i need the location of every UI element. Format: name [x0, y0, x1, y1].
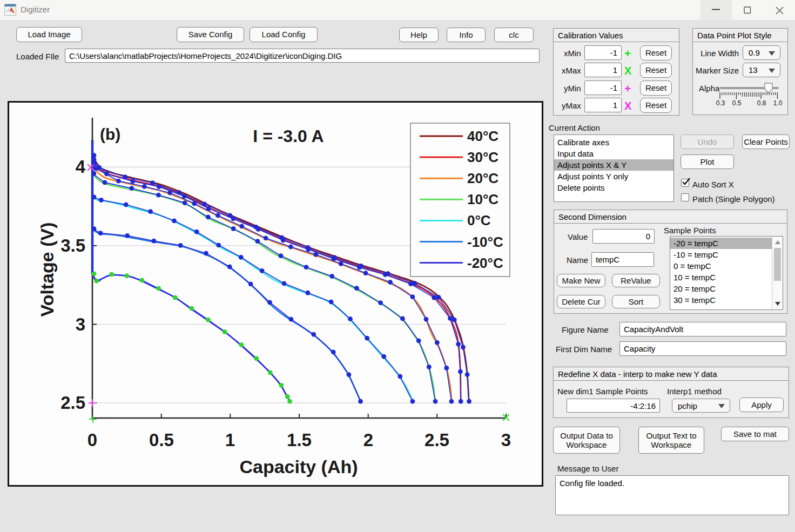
svg-text:2.5: 2.5: [425, 430, 449, 450]
svg-text:-10°C: -10°C: [467, 234, 503, 250]
svg-text:0°C: 0°C: [467, 212, 491, 228]
svg-text:3: 3: [76, 314, 85, 334]
svg-text:I = -3.0 A: I = -3.0 A: [253, 126, 324, 146]
svg-text:4: 4: [76, 157, 86, 177]
svg-text:(b): (b): [100, 125, 120, 143]
svg-text:0.5: 0.5: [732, 99, 742, 106]
svg-text:1: 1: [225, 430, 235, 450]
svg-text:0.8: 0.8: [757, 99, 766, 106]
svg-text:1.0: 1.0: [773, 99, 783, 106]
svg-text:2: 2: [363, 430, 373, 450]
svg-text:40°C: 40°C: [467, 128, 498, 144]
svg-text:30°C: 30°C: [467, 149, 498, 165]
svg-text:0.5: 0.5: [149, 430, 174, 450]
svg-text:Voltage (V): Voltage (V): [37, 222, 57, 316]
svg-text:0: 0: [87, 430, 97, 450]
svg-text:3.5: 3.5: [60, 235, 85, 255]
svg-text:1.5: 1.5: [287, 430, 312, 450]
svg-text:2.5: 2.5: [60, 393, 85, 413]
svg-text:20°C: 20°C: [467, 170, 498, 186]
svg-text:0.3: 0.3: [716, 99, 725, 106]
svg-text:Capacity (Ah): Capacity (Ah): [239, 456, 358, 477]
svg-text:3: 3: [501, 430, 511, 450]
svg-text:-20°C: -20°C: [467, 255, 503, 271]
svg-text:10°C: 10°C: [467, 191, 498, 207]
